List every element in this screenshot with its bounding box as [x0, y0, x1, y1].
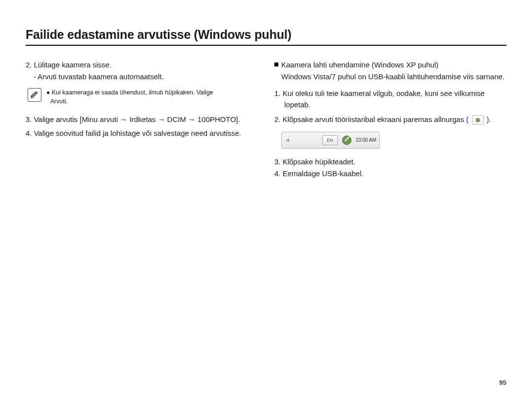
subsection-title: Kaamera lahti uhendamine (Windows XP puh…	[281, 60, 438, 70]
language-indicator: EN	[322, 135, 338, 145]
right-step-3: 3. Klõpsake hüpikteadet.	[274, 156, 506, 167]
manual-page: Failide edastamine arvutisse (Windows pu…	[0, 0, 532, 401]
svg-point-0	[476, 118, 480, 122]
safely-remove-icon	[472, 115, 484, 125]
taskbar-tray: ◄ EN 10:00 AM	[281, 132, 380, 149]
right-step-2-pre: 2. Klõpsake arvuti tööriistaribal ekraan…	[274, 115, 471, 123]
usb-eject-icon	[341, 134, 353, 146]
note-line-2: Arvuti.	[46, 97, 213, 106]
step-2-sub: - Arvuti tuvastab kaamera automaatselt.	[26, 71, 258, 82]
subsection-body: Windows Vista/7 puhul on USB-kaabli laht…	[274, 71, 506, 82]
right-step-1-line1: 1. Kui oleku tuli teie kaameral vilgub, …	[274, 88, 506, 99]
step-4: 4. Valige soovitud failid ja lohistage v…	[26, 128, 258, 139]
right-step-2-post: ).	[485, 115, 491, 123]
step-3: 3. Valige arvutis [Minu arvuti → Irdketa…	[26, 114, 258, 125]
subsection-heading: Kaamera lahti uhendamine (Windows XP puh…	[274, 60, 506, 70]
square-bullet-icon	[274, 62, 278, 66]
right-step-2: 2. Klõpsake arvuti tööriistaribal ekraan…	[274, 114, 506, 125]
svg-point-1	[342, 136, 351, 145]
note: ● Kui kaameraga ei saada ühendust, ilmub…	[26, 88, 258, 107]
content-columns: 2. Lülitage kaamera sisse. - Arvuti tuva…	[26, 60, 506, 180]
note-text: ● Kui kaameraga ei saada ühendust, ilmub…	[46, 88, 213, 107]
taskbar-clock: 10:00 AM	[356, 137, 376, 144]
left-column: 2. Lülitage kaamera sisse. - Arvuti tuva…	[26, 60, 258, 180]
right-column: Kaamera lahti uhendamine (Windows XP puh…	[274, 60, 506, 180]
right-step-4: 4. Eemaldage USB-kaabel.	[274, 168, 506, 179]
note-line-1: ● Kui kaameraga ei saada ühendust, ilmub…	[46, 88, 213, 97]
page-number: 95	[499, 379, 506, 386]
right-step-1-line2: lopetab.	[274, 99, 506, 110]
chevron-left-icon: ◄	[285, 132, 291, 149]
page-title: Failide edastamine arvutisse (Windows pu…	[26, 28, 506, 46]
step-2: 2. Lülitage kaamera sisse.	[26, 60, 258, 70]
note-icon	[28, 88, 41, 102]
